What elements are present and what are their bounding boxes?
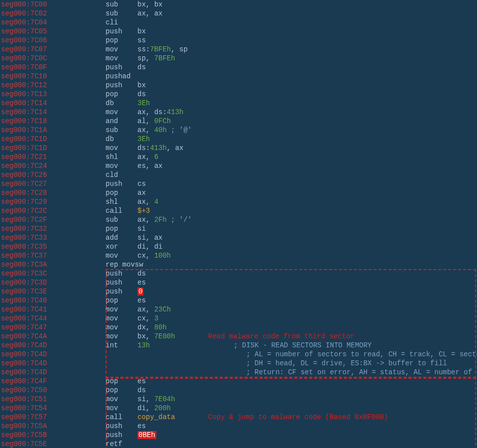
asm-line[interactable]: seg000:7C07movss:7BFEh, sp (0, 45, 477, 54)
asm-line[interactable]: seg000:7C0Fpushds (0, 63, 477, 72)
instruction: cld (106, 170, 477, 179)
asm-line[interactable]: seg000:7C50popds (0, 386, 477, 395)
instruction: addsi, ax (106, 233, 477, 242)
asm-line[interactable]: seg000:7C51movsi, 7E04h (0, 395, 477, 404)
asm-line[interactable]: seg000:7C12pushbx (0, 81, 477, 90)
asm-line[interactable]: seg000:7C5Eretf (0, 440, 477, 448)
address: seg000:7C32 (0, 224, 106, 233)
annotation-label: Copy & jump to malware code (Based 0x8F0… (208, 413, 388, 422)
mnemonic: mov (106, 305, 137, 314)
asm-line[interactable]: seg000:7C14movax, ds:413h (0, 108, 477, 117)
address: seg000:7C13 (0, 90, 106, 99)
asm-line[interactable]: seg000:7C13popds (0, 90, 477, 99)
instruction: push0 (106, 287, 477, 296)
asm-line[interactable]: seg000:7C2Fsubax, 2Fh ; '/' (0, 215, 477, 224)
instruction: popsi (106, 224, 477, 233)
asm-line[interactable]: seg000:7C29shlax, 4 (0, 197, 477, 206)
asm-line[interactable]: seg000:7C2Ccall$+3 (0, 206, 477, 215)
instruction: popds (106, 90, 477, 99)
asm-line[interactable]: seg000:7C00subbx, bx (0, 0, 477, 9)
mnemonic: push (106, 287, 137, 296)
mnemonic: mov (106, 161, 137, 170)
comment: ; AL = number of sectors to read, CH = t… (246, 350, 477, 358)
asm-line[interactable]: seg000:7C28popax (0, 188, 477, 197)
instruction: subax, ax (106, 9, 477, 18)
address: seg000:7C4D (0, 368, 106, 377)
address: seg000:7C14 (0, 108, 106, 117)
address: seg000:7C1D (0, 144, 106, 152)
instruction: movsi, 7E04h (106, 395, 477, 404)
asm-line[interactable]: seg000:7C44movcx, 3 (0, 314, 477, 323)
asm-line[interactable]: seg000:7C26cld (0, 170, 477, 179)
asm-line[interactable]: seg000:7C3Dpushes (0, 278, 477, 287)
asm-line[interactable]: seg000:7C18andal, 0FCh (0, 117, 477, 126)
mnemonic: mov (106, 323, 137, 332)
asm-line[interactable]: seg000:7C5Apushes (0, 422, 477, 431)
instruction: movsp, 7BFEh (106, 54, 477, 63)
asm-line[interactable]: seg000:7C1Asubax, 40h ; '@' (0, 126, 477, 135)
asm-line[interactable]: seg000:7C4D ; AL = number of sectors to … (0, 350, 477, 359)
address: seg000:7C57 (0, 413, 106, 422)
mnemonic: retf (106, 440, 137, 448)
asm-line[interactable]: seg000:7C06popss (0, 36, 477, 45)
asm-line[interactable]: seg000:7C04cli (0, 18, 477, 27)
address: seg000:7C5B (0, 431, 106, 440)
asm-line[interactable]: seg000:7C24moves, ax (0, 161, 477, 170)
address: seg000:7C21 (0, 152, 106, 161)
asm-line[interactable]: seg000:7C3Cpushds (0, 269, 477, 278)
asm-line[interactable]: seg000:7C3Epush0 (0, 287, 477, 296)
address: seg000:7C50 (0, 386, 106, 395)
instruction: pushes (106, 422, 477, 431)
asm-line[interactable]: seg000:7C05pushbx (0, 27, 477, 36)
asm-line[interactable]: seg000:7C1Ddb3Eh (0, 135, 477, 144)
mnemonic: mov (106, 108, 137, 117)
asm-line[interactable]: seg000:7C10pushad (0, 72, 477, 81)
mnemonic: mov (106, 395, 137, 404)
instruction: moves, ax (106, 161, 477, 170)
asm-line[interactable]: seg000:7C1Dmovds:413h, ax (0, 144, 477, 152)
instruction: retf (106, 440, 477, 448)
instruction: pushds (106, 269, 477, 278)
asm-line[interactable]: seg000:7C32popsi (0, 224, 477, 233)
address: seg000:7C35 (0, 242, 106, 251)
instruction: movax, ds:413h (106, 108, 477, 117)
mnemonic: pop (106, 90, 137, 99)
instruction: rep movsw (106, 260, 477, 269)
asm-line[interactable]: seg000:7C21shlax, 6 (0, 152, 477, 161)
asm-line[interactable]: seg000:7C33addsi, ax (0, 233, 477, 242)
mnemonic: mov (106, 45, 137, 54)
address: seg000:7C04 (0, 18, 106, 27)
asm-line[interactable]: seg000:7C14db3Eh (0, 99, 477, 108)
instruction: movdi, 200h (106, 404, 477, 413)
asm-line[interactable]: seg000:7C4Dint13h ; DISK - READ SECTORS … (0, 341, 477, 350)
mnemonic: pop (106, 224, 137, 233)
instruction: movax, 23Ch (106, 305, 477, 314)
address: seg000:7C3D (0, 278, 106, 287)
asm-line[interactable]: seg000:7C37movcx, 100h (0, 251, 477, 260)
asm-line[interactable]: seg000:7C4D ; DH = head, DL = drive, ES:… (0, 359, 477, 368)
address: seg000:7C29 (0, 197, 106, 206)
mnemonic: call (106, 206, 137, 215)
asm-line[interactable]: seg000:7C27pushcs (0, 179, 477, 188)
instruction: ; DH = head, DL = drive, ES:BX -> buffer… (106, 359, 477, 368)
instruction: pushbx (106, 81, 477, 90)
asm-line[interactable]: seg000:7C4D ; Return: CF set on error, A… (0, 368, 477, 377)
instruction: shlax, 4 (106, 197, 477, 206)
asm-line[interactable]: seg000:7C47movdx, 80h (0, 323, 477, 332)
instruction: movcx, 3 (106, 314, 477, 323)
asm-line[interactable]: seg000:7C0Cmovsp, 7BFEh (0, 54, 477, 63)
asm-line[interactable]: seg000:7C3Arep movsw (0, 260, 477, 269)
address: seg000:7C1A (0, 126, 106, 135)
instruction: movds:413h, ax (106, 144, 477, 152)
address: seg000:7C2F (0, 215, 106, 224)
mnemonic: shl (106, 197, 137, 206)
instruction: popes (106, 377, 477, 386)
asm-line[interactable]: seg000:7C41movax, 23Ch (0, 305, 477, 314)
mnemonic: mov (106, 251, 137, 260)
asm-line[interactable]: seg000:7C4Fpopes (0, 377, 477, 386)
asm-line[interactable]: seg000:7C35xordi, di (0, 242, 477, 251)
asm-line[interactable]: seg000:7C54movdi, 200h (0, 404, 477, 413)
asm-line[interactable]: seg000:7C40popes (0, 296, 477, 305)
asm-line[interactable]: seg000:7C02subax, ax (0, 9, 477, 18)
asm-line[interactable]: seg000:7C5Bpush0BEh (0, 431, 477, 440)
